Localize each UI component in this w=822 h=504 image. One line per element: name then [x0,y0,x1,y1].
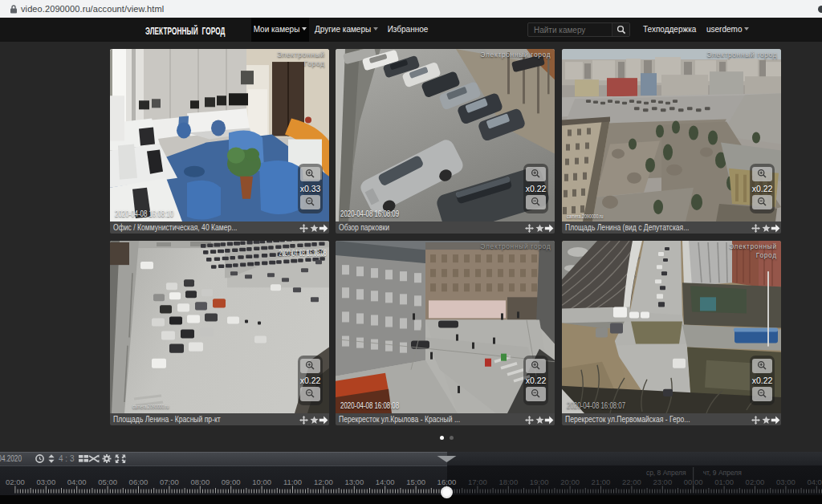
svg-text:16:00: 16:00 [437,478,457,486]
svg-text:11:00: 11:00 [283,478,302,486]
svg-text:23:00: 23:00 [653,478,672,486]
svg-text:04:00: 04:00 [67,478,87,486]
svg-text:08:00: 08:00 [190,478,210,486]
svg-text:07:00: 07:00 [160,478,179,486]
svg-text:00:00: 00:00 [684,478,703,486]
svg-text:ср, 8 Апреля: ср, 8 Апреля [646,469,686,477]
svg-text:01:00: 01:00 [714,478,734,486]
svg-text:10:00: 10:00 [252,478,271,486]
svg-text:09:00: 09:00 [222,478,241,486]
svg-text:08.04.2020: 08.04.2020 [0,453,22,463]
svg-text:02:00: 02:00 [746,478,765,486]
svg-text:13:00: 13:00 [344,478,364,486]
svg-text:06:00: 06:00 [129,478,149,486]
svg-text:20:00: 20:00 [560,478,580,486]
svg-text:14:00: 14:00 [376,478,395,486]
svg-text:04:00: 04:00 [807,478,822,486]
svg-text:02:00: 02:00 [6,478,25,486]
svg-text:чт, 9 Апреля: чт, 9 Апреля [703,469,743,477]
svg-text:19:00: 19:00 [530,478,549,486]
svg-text:15:00: 15:00 [406,478,425,486]
svg-text:21:00: 21:00 [592,478,611,486]
svg-text:05:00: 05:00 [98,478,117,486]
svg-text:03:00: 03:00 [36,478,55,486]
svg-text:17:00: 17:00 [468,478,487,486]
svg-text:03:00: 03:00 [776,478,796,486]
svg-text:18:00: 18:00 [498,478,518,486]
svg-text:12:00: 12:00 [314,478,333,486]
svg-text:22:00: 22:00 [622,478,641,486]
svg-text:4 : 3: 4 : 3 [59,454,75,463]
